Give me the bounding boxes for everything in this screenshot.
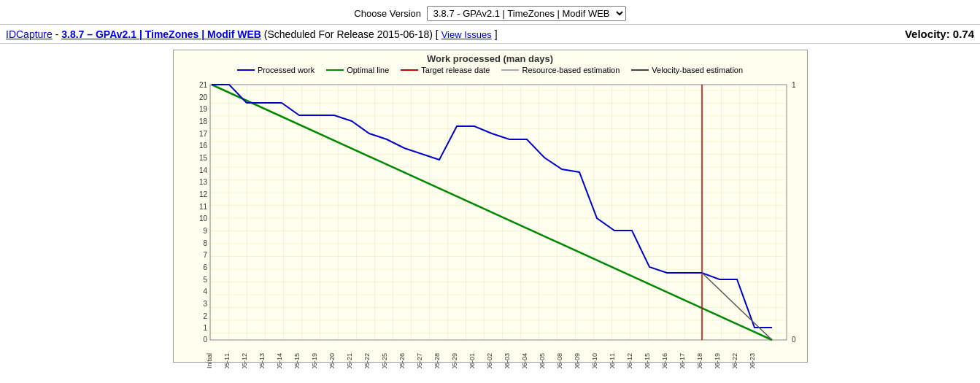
legend-processed-work-label: Processed work [258, 66, 315, 74]
legend-optimal-line: Optimal line [326, 66, 389, 74]
svg-text:2015-06-04: 2015-06-04 [521, 353, 528, 368]
svg-text:2015-05-22: 2015-05-22 [363, 353, 371, 368]
svg-text:11: 11 [198, 203, 207, 211]
legend-resource-estimation: Resource-based estimation [501, 66, 620, 74]
svg-text:15: 15 [198, 154, 207, 162]
legend-velocity-estimation-label: Velocity-based estimation [652, 66, 743, 74]
svg-text:2015-06-12: 2015-06-12 [626, 353, 633, 368]
svg-text:2015-06-19: 2015-06-19 [714, 353, 721, 368]
svg-text:2015-06-11: 2015-06-11 [609, 353, 616, 368]
velocity-estimation-line-icon [631, 69, 649, 71]
chart-title: Work processed (man days) [174, 50, 807, 66]
chart-container: Work processed (man days) Processed work… [0, 44, 980, 368]
svg-text:5: 5 [203, 276, 207, 284]
svg-text:2015-05-13: 2015-05-13 [258, 353, 266, 368]
svg-text:4: 4 [203, 287, 207, 295]
svg-text:2015-06-02: 2015-06-02 [486, 353, 493, 368]
svg-text:6: 6 [203, 263, 207, 271]
target-release-line-icon [401, 69, 418, 71]
chart-wrap: Work processed (man days) Processed work… [173, 50, 808, 363]
choose-version-label: Choose Version [354, 8, 421, 19]
svg-text:2015-05-20: 2015-05-20 [328, 353, 336, 368]
svg-text:2015-06-18: 2015-06-18 [696, 353, 703, 368]
svg-text:2015-05-28: 2015-05-28 [433, 353, 441, 368]
svg-text:2015-06-16: 2015-06-16 [661, 353, 668, 368]
svg-text:2015-05-14: 2015-05-14 [276, 353, 283, 368]
svg-text:2015-05-29: 2015-05-29 [451, 353, 458, 368]
resource-estimation-line-icon [501, 69, 519, 71]
svg-text:13: 13 [198, 178, 207, 186]
view-issues-link[interactable]: View Issues [441, 29, 492, 40]
legend-target-release: Target release date [401, 66, 490, 74]
svg-text:2015-05-15: 2015-05-15 [293, 353, 301, 368]
svg-text:2015-05-12: 2015-05-12 [241, 353, 248, 368]
svg-text:2015-06-10: 2015-06-10 [591, 353, 598, 368]
legend-optimal-line-label: Optimal line [347, 66, 389, 74]
schedule-text: (Scheduled For Release 2015-06-18) [264, 28, 433, 40]
svg-text:2015-05-19: 2015-05-19 [311, 353, 318, 368]
version-link[interactable]: 3.8.7 – GPAv2.1 | TimeZones | Modif WEB [61, 28, 261, 40]
version-select[interactable]: 3.8.7 - GPAv2.1 | TimeZones | Modif WEB [427, 6, 626, 21]
idcapture-link[interactable]: IDCapture [6, 28, 53, 40]
legend-target-release-label: Target release date [421, 66, 490, 74]
svg-text:2015-06-22: 2015-06-22 [731, 353, 738, 368]
svg-text:2015-06-05: 2015-06-05 [539, 353, 546, 368]
svg-text:21: 21 [198, 81, 207, 89]
svg-text:12: 12 [198, 190, 207, 198]
svg-text:2: 2 [203, 312, 207, 320]
svg-text:14: 14 [198, 166, 207, 174]
svg-text:2015-05-21: 2015-05-21 [346, 353, 353, 368]
svg-text:2015-06-09: 2015-06-09 [574, 353, 581, 368]
svg-text:8: 8 [203, 239, 207, 247]
svg-text:2015-06-15: 2015-06-15 [644, 353, 651, 368]
svg-text:2015-05-25: 2015-05-25 [381, 353, 388, 368]
svg-text:2015-06-01: 2015-06-01 [468, 353, 476, 368]
svg-text:2015-05-11: 2015-05-11 [223, 353, 231, 368]
svg-text:19: 19 [198, 105, 207, 113]
svg-text:16: 16 [198, 142, 207, 150]
svg-text:3: 3 [203, 300, 207, 308]
svg-text:20: 20 [198, 93, 207, 101]
svg-text:7: 7 [203, 251, 207, 259]
svg-text:9: 9 [203, 227, 207, 235]
svg-text:10: 10 [198, 214, 207, 223]
svg-text:2015-06-23: 2015-06-23 [749, 353, 756, 368]
processed-work-line-icon [237, 69, 255, 71]
svg-text:2015-05-27: 2015-05-27 [416, 353, 423, 368]
svg-text:2015-06-03: 2015-06-03 [503, 353, 511, 368]
legend-velocity-estimation: Velocity-based estimation [631, 66, 743, 74]
chart-svg: 21 20 19 18 17 16 15 14 13 12 11 10 9 8 … [174, 77, 809, 362]
chart-legend: Processed work Optimal line Target relea… [174, 66, 807, 77]
svg-text:0: 0 [203, 336, 207, 344]
svg-text:18: 18 [198, 117, 207, 125]
header-breadcrumb: IDCapture - 3.8.7 – GPAv2.1 | TimeZones … [6, 28, 498, 40]
svg-text:2015-06-17: 2015-06-17 [679, 353, 686, 368]
optimal-line-icon [326, 69, 344, 71]
svg-text:1: 1 [203, 324, 207, 332]
svg-text:17: 17 [198, 130, 207, 138]
svg-text:2015-06-08: 2015-06-08 [556, 353, 563, 368]
velocity-label: Velocity: 0.74 [905, 28, 974, 40]
legend-processed-work: Processed work [237, 66, 315, 74]
svg-text:0: 0 [792, 336, 796, 344]
svg-text:1: 1 [792, 81, 796, 89]
svg-text:Initial: Initial [206, 353, 213, 368]
legend-resource-estimation-label: Resource-based estimation [522, 66, 620, 74]
svg-text:2015-05-26: 2015-05-26 [398, 353, 406, 368]
